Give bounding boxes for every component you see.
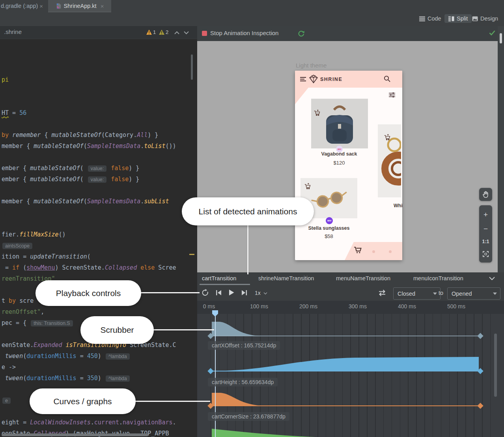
curves-scrollbar[interactable] xyxy=(494,334,497,397)
curve-cartXOffset-area xyxy=(212,322,261,336)
search-icon[interactable] xyxy=(384,75,390,82)
dropdown-caret-icon xyxy=(433,293,437,295)
shrine-brand: SHRINE xyxy=(320,77,342,82)
zoom-toolbar: + − 1:1 xyxy=(479,205,492,263)
shrine-diamond-logo-icon xyxy=(308,74,319,84)
timeline-tick: 300 ms xyxy=(349,303,367,309)
menu-icon[interactable] xyxy=(300,77,306,82)
zoom-out-button[interactable]: − xyxy=(483,225,488,233)
from-state-dropdown[interactable]: Closed xyxy=(393,287,441,300)
brand-badge: MAI xyxy=(326,217,333,224)
callout-leader-line xyxy=(247,224,248,274)
tab-gradle-label: d.gradle (:app) xyxy=(1,3,38,9)
product-price: $58 xyxy=(297,233,360,239)
timeline-tick: 200 ms xyxy=(299,303,317,309)
from-state-value: Closed xyxy=(398,291,415,297)
timeline-tick: 400 ms xyxy=(398,303,416,309)
split-view-icon xyxy=(448,16,454,21)
add-to-cart-icon[interactable] xyxy=(304,183,311,189)
kotlin-file-icon xyxy=(56,3,62,9)
dropdown-caret-icon xyxy=(493,293,497,295)
preview-scrollbar-track[interactable] xyxy=(498,26,504,272)
refresh-icon[interactable] xyxy=(298,30,304,37)
pan-hand-button[interactable] xyxy=(479,188,492,201)
tab-gradle[interactable]: d.gradle (:app) × xyxy=(1,0,43,12)
view-mode-split[interactable]: Split xyxy=(444,14,472,23)
preview-theme-label: Light theme xyxy=(296,62,327,69)
zoom-100-button[interactable]: 1:1 xyxy=(482,239,489,244)
view-mode-code-label: Code xyxy=(427,15,441,22)
callout-leader-line xyxy=(135,401,210,402)
keyframe-diamond[interactable] xyxy=(477,403,483,409)
product-price: $120 xyxy=(308,160,371,166)
error-triangle-icon[interactable] xyxy=(146,30,152,35)
callout-playback-controls: Playback controls xyxy=(35,280,141,306)
curve-partial-area xyxy=(212,429,315,437)
view-mode-code[interactable]: Code xyxy=(419,15,441,22)
tab-shrineapp-label: ShrineApp.kt xyxy=(64,3,97,9)
editor-vertical-scrollbar[interactable] xyxy=(191,54,193,80)
curve-label-cartXOffset: cartXOffset : 165.75214dp xyxy=(208,341,280,350)
code-lines[interactable]: piHT = 56by remember { mutableStateOf(Ca… xyxy=(0,41,197,437)
shrine-app-preview: SHRINE MAI Vagabond sack xyxy=(295,71,402,260)
breadcrumb[interactable]: .shrine xyxy=(4,28,22,35)
to-state-dropdown[interactable]: Opened xyxy=(447,287,500,300)
animation-tab-cartTransition[interactable]: cartTransition xyxy=(202,275,236,281)
curve-label-cartHeight: cartHeight : 56.659634dp xyxy=(208,378,278,386)
warning-count: 2 xyxy=(166,29,168,35)
to-state-value: Opened xyxy=(452,291,472,297)
callout-leader-line xyxy=(153,329,214,330)
timeline-tick: 0 ms xyxy=(203,303,215,309)
callout-leader-line xyxy=(140,292,200,293)
stop-icon[interactable] xyxy=(202,31,207,36)
view-mode-design-label: Design xyxy=(480,15,498,22)
tab-shrineapp[interactable]: ShrineApp.kt × xyxy=(48,0,111,12)
filter-tune-icon[interactable] xyxy=(388,92,396,98)
cart-icon[interactable] xyxy=(354,246,362,254)
stop-animation-inspection-button[interactable]: Stop Animation Inspection xyxy=(210,30,278,36)
swap-states-icon[interactable] xyxy=(378,289,386,296)
product-name: Stella sunglasses xyxy=(297,225,360,231)
play-icon[interactable] xyxy=(229,289,234,296)
view-mode-split-label: Split xyxy=(457,15,468,22)
loop-playback-icon[interactable] xyxy=(202,289,209,296)
prev-issue-chevron-icon[interactable] xyxy=(174,31,179,34)
animation-tab-shrineNameTransition[interactable]: shrineNameTransition xyxy=(258,275,314,281)
curve-label-cartCornerSize: cartCornerSize : 23.678877dp xyxy=(208,412,289,421)
preview-scrollbar-thumb[interactable] xyxy=(500,33,502,43)
callout-curves-graphs: Curves / graphs xyxy=(30,388,136,414)
skip-to-end-icon[interactable] xyxy=(241,290,247,296)
product-name: Vagabond sack xyxy=(308,151,371,157)
skip-to-start-icon[interactable] xyxy=(216,290,222,296)
zoom-in-button[interactable]: + xyxy=(483,211,488,218)
build-success-check-icon xyxy=(489,30,495,36)
product-image-vagabond-sack[interactable] xyxy=(311,99,368,148)
keyframe-diamond[interactable] xyxy=(477,333,483,339)
animation-tab-menuIconTransition[interactable]: menuIconTransition xyxy=(413,275,463,281)
design-view-icon xyxy=(472,16,478,21)
add-to-cart-icon[interactable] xyxy=(384,134,391,141)
close-icon[interactable]: × xyxy=(101,3,104,9)
playback-speed-value: 1x xyxy=(255,290,261,296)
animation-tab-menuNameTransition[interactable]: menuNameTransition xyxy=(336,275,390,281)
curve-cartCornerSize-area xyxy=(212,393,263,406)
to-label: to xyxy=(439,290,443,296)
warning-triangle-icon[interactable] xyxy=(159,30,164,35)
product-name-partial: Whit xyxy=(394,203,402,208)
editor-horizontal-scrollbar[interactable] xyxy=(2,433,148,436)
add-to-cart-icon[interactable] xyxy=(314,109,321,116)
close-icon[interactable]: × xyxy=(39,3,43,9)
playback-speed-dropdown[interactable]: 1x xyxy=(255,290,261,296)
curve-cartHeight-area xyxy=(213,357,479,371)
android-studio-window: d.gradle (:app) × ShrineApp.kt × Code Sp… xyxy=(0,0,504,437)
next-issue-chevron-icon[interactable] xyxy=(184,31,189,34)
keyframe-diamond[interactable] xyxy=(207,368,214,374)
timeline-tick: 100 ms xyxy=(250,303,268,309)
view-mode-design[interactable]: Design xyxy=(472,15,498,22)
timeline-tick: 500 ms xyxy=(447,303,465,309)
chevron-down-icon[interactable] xyxy=(263,292,267,294)
zoom-fit-button[interactable] xyxy=(483,251,489,257)
callout-animations-list: List of detected animations xyxy=(182,197,314,225)
page-dot xyxy=(389,250,392,253)
chevron-down-icon[interactable] xyxy=(489,277,495,280)
